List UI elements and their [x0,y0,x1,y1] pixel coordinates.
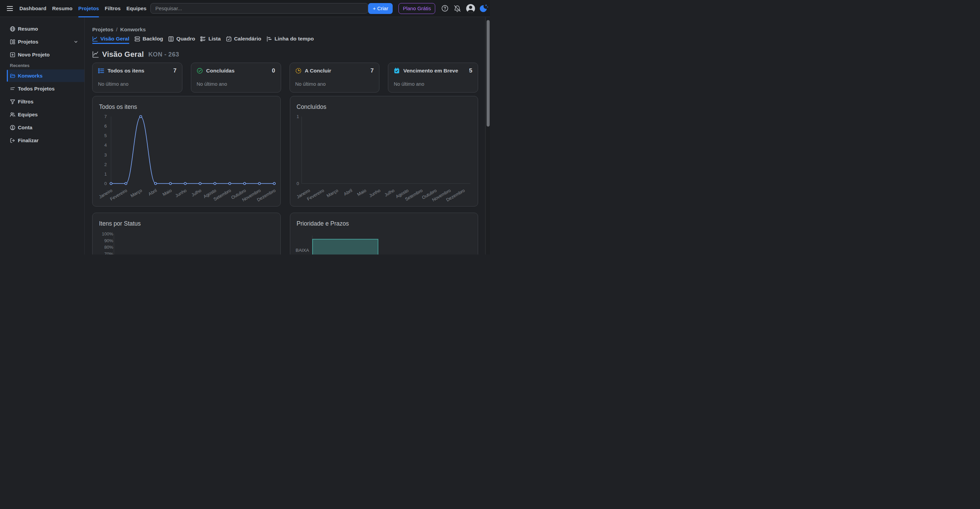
help-icon[interactable] [441,5,449,12]
chart-plot-prioridade-e-prazos: BAIXA [290,213,478,254]
board-columns-icon [168,36,174,42]
notifications-muted-icon[interactable] [453,5,461,13]
stat-subtitle: No último ano [197,81,275,87]
sidebar-item-label: Filtros [18,99,34,105]
stat-value: 7 [173,67,176,74]
list-bullets-icon [98,68,104,74]
sidebar-item-konworks[interactable]: Konworks [7,69,84,82]
tab-visão-geral[interactable]: Visão Geral [92,35,129,43]
chart-card-concluidos: Concluídos10JaneiroFevereiroMarçoAbrilMa… [290,96,479,207]
stat-subtitle: No último ano [98,81,177,87]
stat-card-vencimento-em-breve[interactable]: Vencimento em Breve5No último ano [388,63,478,92]
tab-label: Calendário [234,36,261,42]
chart-line-icon [92,51,99,58]
sidebar-item-label: Finalizar [18,137,39,143]
nav-item-resumo[interactable]: Resumo [52,0,73,17]
sidebar: ResumoProjetosNovo Projeto Recentes Konw… [0,17,85,254]
stat-label: Vencimento em Breve [403,68,458,74]
page-scrollbar-track[interactable] [485,17,490,254]
sidebar-item-novo-projeto[interactable]: Novo Projeto [7,48,84,61]
nav-item-filtros[interactable]: Filtros [105,0,121,17]
stat-label: Todos os itens [108,68,144,74]
sidebar-item-todos-projetos[interactable]: Todos Projetos [7,82,84,95]
user-circle-icon [10,125,15,130]
hamburger-menu-icon[interactable] [7,6,13,11]
clock-dashed-icon [295,68,301,74]
folder-icon [10,73,15,79]
nav-item-dashboard[interactable]: Dashboard [19,0,46,17]
tab-label: Quadro [176,36,195,42]
sidebar-recents-label: Recentes [0,62,84,69]
svg-text:6: 6 [105,124,107,129]
tab-quadro[interactable]: Quadro [168,35,195,43]
sidebar-item-label: Todos Projetos [18,86,55,92]
stat-card-header: Vencimento em Breve5 [394,67,472,74]
svg-text:80%: 80% [104,245,113,250]
sidebar-item-label: Konworks [18,73,43,79]
create-button[interactable]: + Criar [368,3,392,14]
plan-button[interactable]: Plano Grátis [398,3,436,14]
stat-card-concluídas[interactable]: Concluídas0No último ano [191,63,281,92]
tab-label: Backlog [143,36,163,42]
chart-title: Prioridade e Prazos [297,220,349,227]
sidebar-item-label: Equipes [18,111,38,118]
tab-calendário[interactable]: Calendário [226,35,261,43]
nav-item-equipes[interactable]: Equipes [126,0,146,17]
svg-text:Junho: Junho [368,188,382,198]
sidebar-item-filtros[interactable]: Filtros [7,95,84,108]
stat-card-a-concluir[interactable]: A Concluir7No último ano [290,63,380,92]
chart-card-prioridade-e-prazos: Prioridade e PrazosBAIXA [290,213,479,254]
sidebar-item-label: Novo Projeto [18,52,50,57]
sidebar-recent-group: Konworks [0,69,84,82]
svg-text:3: 3 [105,153,107,157]
timeline-icon [266,36,272,42]
svg-text:Julho: Julho [383,188,395,198]
layout-icon [10,39,15,45]
svg-text:70%: 70% [104,251,113,254]
search-container [150,3,368,14]
nav-item-projetos[interactable]: Projetos [78,0,99,17]
sidebar-item-equipes[interactable]: Equipes [7,108,84,121]
sidebar-item-label: Resumo [18,26,38,32]
svg-text:Abril: Abril [343,188,353,197]
chart-title: Concluídos [297,103,327,111]
tab-label: Linha do tempo [275,36,314,42]
stat-card-todos-os-itens[interactable]: Todos os itens7No último ano [92,63,182,92]
stat-value: 0 [272,67,275,74]
sidebar-item-finalizar[interactable]: Finalizar [7,134,84,146]
sidebar-item-conta[interactable]: Conta [7,121,84,134]
logout-icon [10,138,15,143]
stat-subtitle: No último ano [394,81,472,87]
svg-text:1: 1 [105,172,107,177]
sidebar-item-label: Projetos [18,39,38,45]
search-input[interactable] [150,3,368,14]
sidebar-item-resumo[interactable]: Resumo [7,22,84,35]
calendar-check-filled-icon [394,68,400,74]
stat-subtitle: No último ano [295,81,374,87]
page-titlebar: Visão Geral KON - 263 [92,50,478,59]
svg-text:Março: Março [130,188,143,198]
tab-linha-do-tempo[interactable]: Linha do tempo [266,35,314,43]
tab-backlog[interactable]: Backlog [134,35,163,43]
tab-lista[interactable]: Lista [200,35,221,43]
page-scrollbar-thumb[interactable] [487,20,490,127]
dark-mode-moon-icon[interactable] [479,4,488,13]
svg-text:Fevereiro: Fevereiro [109,188,128,202]
chart-title: Itens por Status [99,220,141,227]
stat-card-header: A Concluir7 [295,67,374,74]
svg-text:Abril: Abril [147,188,158,197]
chart-card-todos-os-itens: Todos os itens01234567JaneiroFevereiroMa… [92,96,281,207]
svg-text:4: 4 [105,143,107,148]
breadcrumb-current[interactable]: Konworks [120,27,146,33]
sidebar-item-label: Conta [18,124,33,130]
page-title: Visão Geral [102,50,144,59]
view-tabs: Visão GeralBacklogQuadroListaCalendárioL… [92,35,478,43]
sidebar-bottom-group: Todos ProjetosFiltrosEquipesContaFinaliz… [0,82,84,146]
backlog-icon [134,36,140,42]
breadcrumb-parent[interactable]: Projetos [92,27,113,33]
sidebar-item-projetos[interactable]: Projetos [7,35,84,48]
checklist-icon [200,36,206,42]
account-avatar-icon[interactable] [466,4,476,13]
stat-card-header: Todos os itens7 [98,67,177,74]
breadcrumb-separator: / [116,27,118,33]
